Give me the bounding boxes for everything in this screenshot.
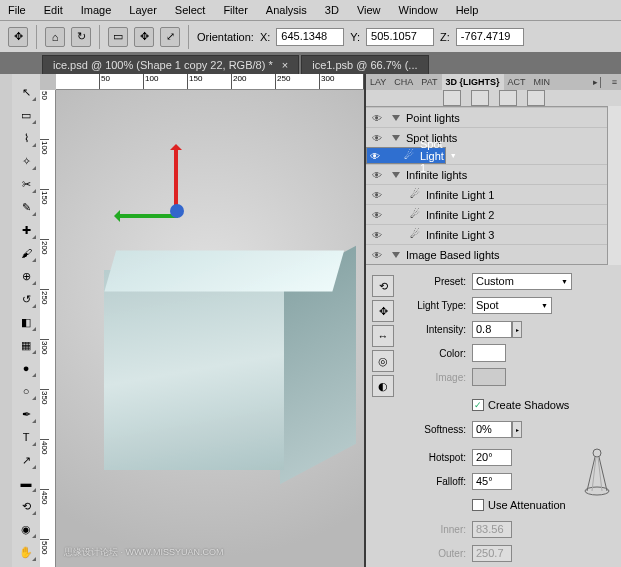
- disclosure-icon[interactable]: [392, 252, 400, 258]
- visibility-icon[interactable]: [370, 150, 380, 162]
- heal-tool-icon[interactable]: ✚: [15, 220, 37, 240]
- axis-z-gizmo[interactable]: [170, 204, 184, 218]
- lights-filter-icon[interactable]: [527, 90, 545, 106]
- tab-paths[interactable]: PAT: [417, 74, 441, 90]
- disclosure-icon[interactable]: [392, 135, 400, 141]
- scale-icon[interactable]: ⤢: [160, 27, 180, 47]
- axis-x-gizmo[interactable]: [116, 214, 178, 218]
- visibility-icon[interactable]: [372, 209, 386, 221]
- point-at-icon[interactable]: ◎: [372, 350, 394, 372]
- move-tool-icon[interactable]: ↖: [15, 82, 37, 102]
- softness-stepper[interactable]: ▸: [512, 421, 522, 438]
- tab-layers[interactable]: LAY: [366, 74, 390, 90]
- ice-cube-object[interactable]: [102, 210, 362, 476]
- type-tool-icon[interactable]: T: [15, 427, 37, 447]
- panel-menu-icon[interactable]: ≡: [608, 74, 621, 90]
- menu-3d[interactable]: 3D: [325, 4, 339, 16]
- visibility-icon[interactable]: [372, 189, 386, 201]
- menu-filter[interactable]: Filter: [223, 4, 247, 16]
- tab-3d-lights[interactable]: 3D {LIGHTS}: [442, 74, 504, 90]
- drag-icon[interactable]: ▭: [108, 27, 128, 47]
- intensity-input[interactable]: 0.8: [472, 321, 512, 338]
- brush-tool-icon[interactable]: 🖌: [15, 243, 37, 263]
- move-icon[interactable]: ✥: [134, 27, 154, 47]
- rotate-icon[interactable]: ↻: [71, 27, 91, 47]
- 3d-rotate-tool-icon[interactable]: ⟲: [15, 496, 37, 516]
- color-swatch[interactable]: [472, 344, 506, 362]
- visibility-icon[interactable]: [372, 169, 386, 181]
- preset-select[interactable]: Custom: [472, 273, 572, 290]
- light-color-icon[interactable]: ◐: [372, 375, 394, 397]
- dodge-tool-icon[interactable]: ○: [15, 381, 37, 401]
- hotspot-input[interactable]: 20°: [472, 449, 512, 466]
- tab-mini[interactable]: MIN: [530, 74, 555, 90]
- crop-tool-icon[interactable]: ✂: [15, 174, 37, 194]
- light-cone-diagram: [579, 447, 615, 497]
- z-input[interactable]: -767.4719: [456, 28, 524, 46]
- blur-tool-icon[interactable]: ●: [15, 358, 37, 378]
- hand-tool-icon[interactable]: ✋: [15, 542, 37, 562]
- use-attenuation-checkbox[interactable]: [472, 499, 484, 511]
- falloff-input[interactable]: 45°: [472, 473, 512, 490]
- visibility-icon[interactable]: [372, 112, 386, 124]
- collapsed-panel[interactable]: [0, 74, 12, 567]
- softness-input[interactable]: 0%: [472, 421, 512, 438]
- tool-preset-icon[interactable]: ✥: [8, 27, 28, 47]
- tab-ice-psd[interactable]: ice.psd @ 100% (Shape 1 copy 22, RGB/8) …: [42, 55, 299, 74]
- menu-image[interactable]: Image: [81, 4, 112, 16]
- menu-layer[interactable]: Layer: [129, 4, 157, 16]
- disclosure-icon[interactable]: [392, 172, 400, 178]
- return-home-icon[interactable]: ⌂: [45, 27, 65, 47]
- gradient-tool-icon[interactable]: ▦: [15, 335, 37, 355]
- tab-channels[interactable]: CHA: [390, 74, 417, 90]
- image-based-lights-header[interactable]: Image Based lights: [366, 244, 607, 264]
- visibility-icon[interactable]: [372, 249, 386, 261]
- wand-tool-icon[interactable]: ✧: [15, 151, 37, 171]
- menu-analysis[interactable]: Analysis: [266, 4, 307, 16]
- light-properties: ⟲ ✥ ↔ ◎ ◐ Preset:Custom Light Type:Spot …: [366, 265, 621, 567]
- pan-light-icon[interactable]: ✥: [372, 300, 394, 322]
- eyedropper-tool-icon[interactable]: ✎: [15, 197, 37, 217]
- y-input[interactable]: 505.1057: [366, 28, 434, 46]
- canvas[interactable]: 思缘设计论坛 · WWW.MISSYUAN.COM: [56, 90, 364, 567]
- eraser-tool-icon[interactable]: ◧: [15, 312, 37, 332]
- menu-help[interactable]: Help: [456, 4, 479, 16]
- path-tool-icon[interactable]: ↗: [15, 450, 37, 470]
- disclosure-icon[interactable]: [392, 115, 400, 121]
- infinite-light-1-row[interactable]: ☄Infinite Light 1: [366, 184, 607, 204]
- point-lights-header[interactable]: Point lights: [366, 107, 607, 127]
- scene-filter-icon[interactable]: [443, 90, 461, 106]
- rotate-light-icon[interactable]: ⟲: [372, 275, 394, 297]
- pen-tool-icon[interactable]: ✒: [15, 404, 37, 424]
- spot-lights-header[interactable]: Spot lights: [366, 127, 607, 147]
- visibility-icon[interactable]: [372, 132, 386, 144]
- lasso-tool-icon[interactable]: ⌇: [15, 128, 37, 148]
- scrollbar[interactable]: [607, 106, 621, 265]
- history-brush-tool-icon[interactable]: ↺: [15, 289, 37, 309]
- tab-actions[interactable]: ACT: [504, 74, 530, 90]
- tab-ice1-psb[interactable]: ice1.psb @ 66.7% (...: [301, 55, 428, 74]
- panel-expand-icon[interactable]: ▸│: [589, 74, 608, 90]
- menu-window[interactable]: Window: [399, 4, 438, 16]
- infinite-light-3-row[interactable]: ☄Infinite Light 3: [366, 224, 607, 244]
- infinite-light-2-row[interactable]: ☄Infinite Light 2: [366, 204, 607, 224]
- marquee-tool-icon[interactable]: ▭: [15, 105, 37, 125]
- visibility-icon[interactable]: [372, 229, 386, 241]
- spot-light-1-row[interactable]: ☄Spot Light 1: [366, 147, 446, 164]
- slide-light-icon[interactable]: ↔: [372, 325, 394, 347]
- stamp-tool-icon[interactable]: ⊕: [15, 266, 37, 286]
- x-input[interactable]: 645.1348: [276, 28, 344, 46]
- light-type-select[interactable]: Spot: [472, 297, 552, 314]
- create-shadows-checkbox[interactable]: ✓: [472, 399, 484, 411]
- material-filter-icon[interactable]: [499, 90, 517, 106]
- intensity-stepper[interactable]: ▸: [512, 321, 522, 338]
- menu-select[interactable]: Select: [175, 4, 206, 16]
- infinite-lights-header[interactable]: Infinite lights: [366, 164, 607, 184]
- orientation-label: Orientation:: [197, 31, 254, 43]
- menu-edit[interactable]: Edit: [44, 4, 63, 16]
- menu-file[interactable]: File: [8, 4, 26, 16]
- mesh-filter-icon[interactable]: [471, 90, 489, 106]
- menu-view[interactable]: View: [357, 4, 381, 16]
- shape-tool-icon[interactable]: ▬: [15, 473, 37, 493]
- 3d-orbit-tool-icon[interactable]: ◉: [15, 519, 37, 539]
